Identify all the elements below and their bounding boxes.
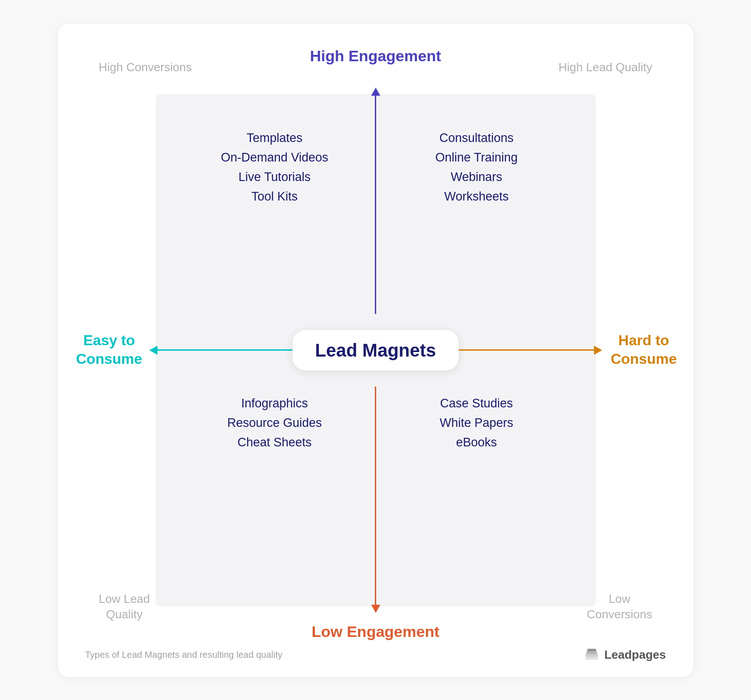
quadrant-top-right: Consultations Online Training Webinars W…: [376, 130, 578, 205]
svg-rect-0: [585, 654, 598, 657]
leadpages-icon: [584, 647, 600, 663]
corner-label-top-left: High Conversions: [99, 60, 192, 75]
leadpages-brand-name: Leadpages: [604, 648, 666, 662]
arrow-left-icon: [149, 346, 157, 355]
item-on-demand-videos: On-Demand Videos: [221, 150, 329, 166]
chart-area: Lead Magnets Templates On-Demand Videos …: [156, 94, 596, 607]
item-tool-kits: Tool Kits: [251, 189, 298, 205]
item-case-studies: Case Studies: [440, 396, 513, 411]
quadrant-top-left: Templates On-Demand Videos Live Tutorial…: [174, 130, 376, 205]
item-white-papers: White Papers: [440, 415, 513, 431]
axis-label-left: Easy toConsume: [76, 331, 142, 369]
item-infographics: Infographics: [241, 396, 308, 411]
item-ebooks: eBooks: [456, 435, 497, 450]
item-live-tutorials: Live Tutorials: [238, 169, 310, 185]
corner-label-bottom-right: LowConversions: [587, 592, 653, 622]
footer: Types of Lead Magnets and resulting lead…: [85, 647, 666, 663]
arrow-up-icon: [371, 88, 380, 96]
arrow-down-icon: [371, 605, 380, 613]
main-card: High Engagement Low Engagement Easy toCo…: [58, 24, 693, 677]
item-worksheets: Worksheets: [444, 189, 509, 205]
axis-label-top: High Engagement: [310, 47, 441, 65]
svg-rect-1: [586, 651, 597, 654]
item-online-training: Online Training: [435, 150, 518, 166]
item-consultations: Consultations: [439, 130, 514, 146]
item-resource-guides: Resource Guides: [227, 415, 322, 431]
footer-caption: Types of Lead Magnets and resulting lead…: [85, 650, 283, 660]
svg-rect-2: [587, 649, 596, 651]
item-templates: Templates: [246, 130, 302, 146]
axis-label-right: Hard toConsume: [611, 331, 677, 369]
axis-label-bottom: Low Engagement: [312, 623, 439, 641]
center-box: Lead Magnets: [292, 330, 459, 370]
corner-label-top-right: High Lead Quality: [559, 60, 653, 75]
item-webinars: Webinars: [451, 169, 502, 185]
corner-label-bottom-left: Low LeadQuality: [99, 592, 150, 622]
leadpages-logo: Leadpages: [584, 647, 666, 663]
item-cheat-sheets: Cheat Sheets: [237, 435, 312, 450]
svg-rect-3: [585, 657, 598, 660]
center-title: Lead Magnets: [315, 340, 436, 360]
arrow-right-icon: [594, 346, 602, 355]
